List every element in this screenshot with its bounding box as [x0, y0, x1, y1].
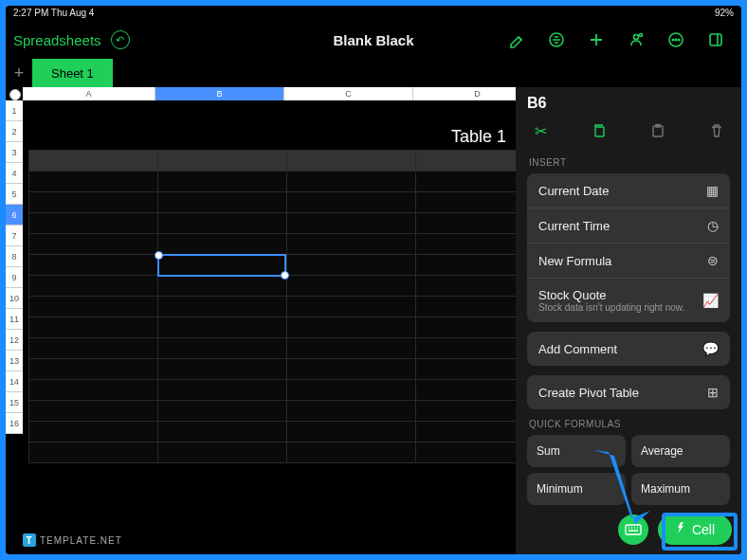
equals-icon: ⊜ [707, 253, 719, 268]
inspector-icon[interactable] [707, 31, 724, 48]
copy-icon[interactable] [590, 121, 609, 140]
item-label: Current Time [538, 219, 610, 233]
row-header[interactable]: 8 [6, 246, 23, 267]
item-label: Add Comment [538, 342, 617, 356]
row-header[interactable]: 3 [6, 142, 23, 163]
row-header[interactable]: 6 [6, 205, 23, 226]
create-pivot-table[interactable]: Create Pivot Table⊞ [527, 375, 730, 409]
row-header[interactable]: 12 [6, 330, 23, 351]
cut-icon[interactable]: ✂ [531, 121, 550, 140]
insert-stock-quote[interactable]: Stock QuoteStock data isn't updating rig… [527, 278, 730, 322]
row-header[interactable]: 4 [6, 163, 23, 184]
item-label: New Formula [538, 254, 611, 268]
col-header-a[interactable]: A [23, 87, 155, 100]
document-title[interactable]: Blank Black [333, 32, 413, 48]
table-title[interactable]: Table 1 [451, 127, 506, 147]
svg-rect-7 [710, 34, 721, 45]
svg-rect-8 [595, 127, 604, 136]
row-header[interactable]: 9 [6, 267, 23, 288]
calendar-icon: ▦ [706, 183, 719, 198]
row-header[interactable]: 10 [6, 288, 23, 309]
share-icon[interactable] [628, 31, 645, 48]
svg-marker-12 [593, 450, 650, 524]
status-bar: 2:27 PM Thu Aug 4 92% [6, 6, 741, 21]
item-label: Stock Quote [538, 288, 684, 302]
col-header-c[interactable]: C [284, 87, 413, 100]
item-label: Current Date [538, 184, 609, 198]
watermark-text: TEMPLATE.NET [40, 535, 122, 546]
quick-formulas-label: QUICK FORMULAS [529, 419, 730, 429]
filter-icon[interactable] [548, 31, 565, 48]
selection-handle-br[interactable] [281, 271, 289, 280]
more-icon[interactable] [667, 31, 684, 48]
insert-current-date[interactable]: Current Date▦ [527, 173, 730, 208]
item-sublabel: Stock data isn't updating right now. [538, 302, 684, 313]
svg-point-1 [634, 35, 639, 40]
svg-rect-11 [626, 525, 641, 534]
item-label: Create Pivot Table [538, 386, 639, 400]
row-header[interactable]: 5 [6, 184, 23, 205]
row-header[interactable]: 7 [6, 226, 23, 246]
row-headers[interactable]: 1 2 3 4 5 6 7 8 9 10 11 12 13 14 15 16 [6, 100, 23, 434]
svg-point-5 [675, 39, 677, 41]
annotation-highlight [662, 513, 738, 551]
watermark-logo-icon: T [23, 533, 36, 547]
row-header[interactable]: 2 [6, 121, 23, 142]
status-battery: 92% [715, 8, 734, 21]
selected-cell[interactable] [157, 254, 286, 277]
undo-icon[interactable]: ↶ [111, 30, 130, 49]
svg-point-6 [678, 39, 680, 41]
sheet-tab-1[interactable]: Sheet 1 [32, 59, 113, 87]
clock-icon: ◷ [707, 218, 719, 233]
delete-icon[interactable] [707, 121, 726, 140]
panel-cell-reference: B6 [527, 95, 730, 112]
row-header[interactable]: 13 [6, 351, 23, 371]
comment-icon: 💬 [702, 341, 719, 356]
sheet-tabs: + Sheet 1 [6, 59, 741, 87]
selection-handle-tl[interactable] [155, 251, 163, 260]
row-header[interactable]: 16 [6, 413, 23, 434]
stock-chart-icon: 📈 [702, 293, 719, 308]
row-header[interactable]: 14 [6, 371, 23, 392]
row-header[interactable]: 15 [6, 392, 23, 413]
brush-icon[interactable] [508, 31, 525, 48]
main-toolbar: Spreadsheets ↶ Blank Black [6, 21, 741, 59]
paste-icon[interactable] [648, 121, 667, 140]
add-sheet-button[interactable]: + [6, 59, 32, 87]
insert-new-formula[interactable]: New Formula⊜ [527, 243, 730, 278]
watermark: TTEMPLATE.NET [23, 533, 122, 547]
svg-point-2 [640, 34, 643, 37]
status-time: 2:27 PM Thu Aug 4 [13, 8, 94, 21]
insert-current-time[interactable]: Current Time◷ [527, 208, 730, 243]
pivot-icon: ⊞ [707, 385, 719, 400]
annotation-arrow-icon [593, 450, 660, 526]
row-header[interactable]: 1 [6, 100, 23, 121]
insert-section-label: INSERT [529, 157, 730, 168]
back-spreadsheets[interactable]: Spreadsheets [13, 32, 101, 48]
plus-icon[interactable] [588, 31, 605, 48]
select-all-corner[interactable] [9, 89, 21, 100]
row-header[interactable]: 11 [6, 309, 23, 330]
col-header-b[interactable]: B [155, 87, 284, 100]
add-comment[interactable]: Add Comment💬 [527, 332, 730, 366]
svg-point-4 [672, 39, 674, 41]
